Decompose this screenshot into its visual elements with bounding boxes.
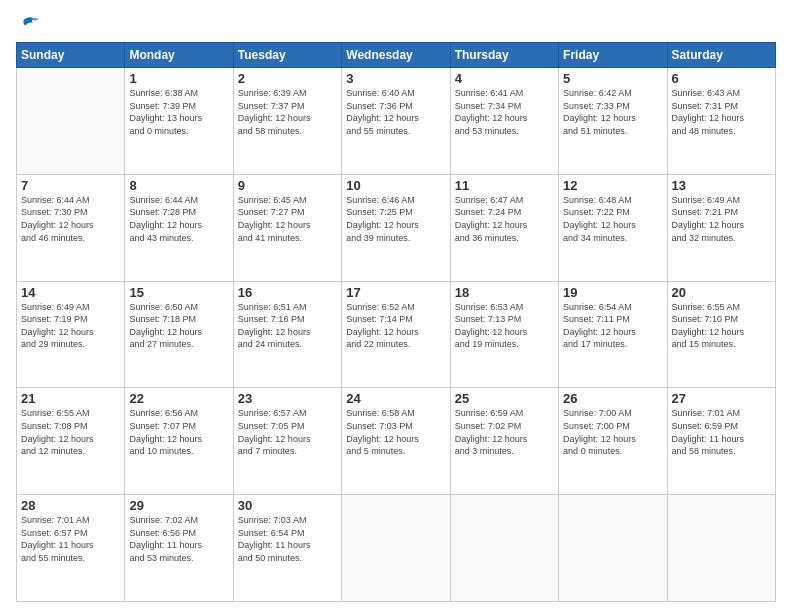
calendar-cell: 25Sunrise: 6:59 AM Sunset: 7:02 PM Dayli… — [450, 388, 558, 495]
day-info: Sunrise: 6:39 AM Sunset: 7:37 PM Dayligh… — [238, 87, 337, 137]
calendar-header-thursday: Thursday — [450, 43, 558, 68]
calendar-cell: 9Sunrise: 6:45 AM Sunset: 7:27 PM Daylig… — [233, 174, 341, 281]
day-number: 10 — [346, 178, 445, 193]
day-info: Sunrise: 6:55 AM Sunset: 7:08 PM Dayligh… — [21, 407, 120, 457]
day-info: Sunrise: 6:42 AM Sunset: 7:33 PM Dayligh… — [563, 87, 662, 137]
calendar-cell: 24Sunrise: 6:58 AM Sunset: 7:03 PM Dayli… — [342, 388, 450, 495]
calendar-cell: 16Sunrise: 6:51 AM Sunset: 7:16 PM Dayli… — [233, 281, 341, 388]
day-number: 22 — [129, 391, 228, 406]
calendar-cell: 19Sunrise: 6:54 AM Sunset: 7:11 PM Dayli… — [559, 281, 667, 388]
logo — [16, 14, 40, 36]
calendar-cell — [559, 495, 667, 602]
calendar-week-row: 14Sunrise: 6:49 AM Sunset: 7:19 PM Dayli… — [17, 281, 776, 388]
day-info: Sunrise: 6:52 AM Sunset: 7:14 PM Dayligh… — [346, 301, 445, 351]
day-number: 14 — [21, 285, 120, 300]
day-info: Sunrise: 7:01 AM Sunset: 6:59 PM Dayligh… — [672, 407, 771, 457]
calendar-cell: 29Sunrise: 7:02 AM Sunset: 6:56 PM Dayli… — [125, 495, 233, 602]
day-info: Sunrise: 6:53 AM Sunset: 7:13 PM Dayligh… — [455, 301, 554, 351]
day-info: Sunrise: 6:57 AM Sunset: 7:05 PM Dayligh… — [238, 407, 337, 457]
day-number: 27 — [672, 391, 771, 406]
calendar-cell — [342, 495, 450, 602]
day-info: Sunrise: 6:50 AM Sunset: 7:18 PM Dayligh… — [129, 301, 228, 351]
day-number: 8 — [129, 178, 228, 193]
day-info: Sunrise: 6:47 AM Sunset: 7:24 PM Dayligh… — [455, 194, 554, 244]
calendar-header-row: SundayMondayTuesdayWednesdayThursdayFrid… — [17, 43, 776, 68]
day-number: 5 — [563, 71, 662, 86]
day-info: Sunrise: 6:51 AM Sunset: 7:16 PM Dayligh… — [238, 301, 337, 351]
page: SundayMondayTuesdayWednesdayThursdayFrid… — [0, 0, 792, 612]
day-number: 30 — [238, 498, 337, 513]
calendar-cell: 11Sunrise: 6:47 AM Sunset: 7:24 PM Dayli… — [450, 174, 558, 281]
day-info: Sunrise: 7:01 AM Sunset: 6:57 PM Dayligh… — [21, 514, 120, 564]
calendar-week-row: 28Sunrise: 7:01 AM Sunset: 6:57 PM Dayli… — [17, 495, 776, 602]
calendar-week-row: 1Sunrise: 6:38 AM Sunset: 7:39 PM Daylig… — [17, 68, 776, 175]
calendar-header-tuesday: Tuesday — [233, 43, 341, 68]
day-info: Sunrise: 7:02 AM Sunset: 6:56 PM Dayligh… — [129, 514, 228, 564]
day-number: 28 — [21, 498, 120, 513]
day-number: 3 — [346, 71, 445, 86]
day-info: Sunrise: 6:46 AM Sunset: 7:25 PM Dayligh… — [346, 194, 445, 244]
day-info: Sunrise: 6:40 AM Sunset: 7:36 PM Dayligh… — [346, 87, 445, 137]
day-number: 9 — [238, 178, 337, 193]
calendar-header-friday: Friday — [559, 43, 667, 68]
calendar-cell — [450, 495, 558, 602]
calendar-cell: 30Sunrise: 7:03 AM Sunset: 6:54 PM Dayli… — [233, 495, 341, 602]
day-info: Sunrise: 6:48 AM Sunset: 7:22 PM Dayligh… — [563, 194, 662, 244]
day-info: Sunrise: 6:45 AM Sunset: 7:27 PM Dayligh… — [238, 194, 337, 244]
calendar-cell — [17, 68, 125, 175]
day-info: Sunrise: 6:58 AM Sunset: 7:03 PM Dayligh… — [346, 407, 445, 457]
day-info: Sunrise: 7:00 AM Sunset: 7:00 PM Dayligh… — [563, 407, 662, 457]
calendar-week-row: 21Sunrise: 6:55 AM Sunset: 7:08 PM Dayli… — [17, 388, 776, 495]
calendar-cell: 26Sunrise: 7:00 AM Sunset: 7:00 PM Dayli… — [559, 388, 667, 495]
day-info: Sunrise: 6:49 AM Sunset: 7:19 PM Dayligh… — [21, 301, 120, 351]
day-number: 18 — [455, 285, 554, 300]
calendar-cell: 13Sunrise: 6:49 AM Sunset: 7:21 PM Dayli… — [667, 174, 775, 281]
calendar-header-sunday: Sunday — [17, 43, 125, 68]
day-info: Sunrise: 6:54 AM Sunset: 7:11 PM Dayligh… — [563, 301, 662, 351]
calendar-cell: 1Sunrise: 6:38 AM Sunset: 7:39 PM Daylig… — [125, 68, 233, 175]
day-number: 20 — [672, 285, 771, 300]
calendar-cell: 14Sunrise: 6:49 AM Sunset: 7:19 PM Dayli… — [17, 281, 125, 388]
logo-bird-icon — [18, 14, 40, 36]
day-info: Sunrise: 6:44 AM Sunset: 7:28 PM Dayligh… — [129, 194, 228, 244]
day-info: Sunrise: 6:41 AM Sunset: 7:34 PM Dayligh… — [455, 87, 554, 137]
calendar-cell: 7Sunrise: 6:44 AM Sunset: 7:30 PM Daylig… — [17, 174, 125, 281]
day-number: 4 — [455, 71, 554, 86]
day-info: Sunrise: 6:49 AM Sunset: 7:21 PM Dayligh… — [672, 194, 771, 244]
calendar-cell — [667, 495, 775, 602]
day-info: Sunrise: 6:55 AM Sunset: 7:10 PM Dayligh… — [672, 301, 771, 351]
calendar-cell: 15Sunrise: 6:50 AM Sunset: 7:18 PM Dayli… — [125, 281, 233, 388]
day-number: 1 — [129, 71, 228, 86]
day-number: 25 — [455, 391, 554, 406]
day-number: 29 — [129, 498, 228, 513]
day-number: 16 — [238, 285, 337, 300]
day-number: 11 — [455, 178, 554, 193]
day-number: 7 — [21, 178, 120, 193]
day-number: 17 — [346, 285, 445, 300]
header — [16, 10, 776, 36]
calendar-cell: 6Sunrise: 6:43 AM Sunset: 7:31 PM Daylig… — [667, 68, 775, 175]
day-number: 2 — [238, 71, 337, 86]
calendar-header-monday: Monday — [125, 43, 233, 68]
calendar-cell: 28Sunrise: 7:01 AM Sunset: 6:57 PM Dayli… — [17, 495, 125, 602]
calendar-week-row: 7Sunrise: 6:44 AM Sunset: 7:30 PM Daylig… — [17, 174, 776, 281]
day-number: 15 — [129, 285, 228, 300]
calendar-header-saturday: Saturday — [667, 43, 775, 68]
calendar-cell: 18Sunrise: 6:53 AM Sunset: 7:13 PM Dayli… — [450, 281, 558, 388]
calendar-cell: 23Sunrise: 6:57 AM Sunset: 7:05 PM Dayli… — [233, 388, 341, 495]
day-number: 19 — [563, 285, 662, 300]
calendar-cell: 8Sunrise: 6:44 AM Sunset: 7:28 PM Daylig… — [125, 174, 233, 281]
day-number: 6 — [672, 71, 771, 86]
calendar-cell: 22Sunrise: 6:56 AM Sunset: 7:07 PM Dayli… — [125, 388, 233, 495]
calendar-header-wednesday: Wednesday — [342, 43, 450, 68]
calendar-cell: 17Sunrise: 6:52 AM Sunset: 7:14 PM Dayli… — [342, 281, 450, 388]
day-info: Sunrise: 6:56 AM Sunset: 7:07 PM Dayligh… — [129, 407, 228, 457]
day-info: Sunrise: 6:44 AM Sunset: 7:30 PM Dayligh… — [21, 194, 120, 244]
day-info: Sunrise: 6:38 AM Sunset: 7:39 PM Dayligh… — [129, 87, 228, 137]
day-number: 23 — [238, 391, 337, 406]
day-number: 24 — [346, 391, 445, 406]
calendar-cell: 12Sunrise: 6:48 AM Sunset: 7:22 PM Dayli… — [559, 174, 667, 281]
day-info: Sunrise: 6:43 AM Sunset: 7:31 PM Dayligh… — [672, 87, 771, 137]
day-number: 26 — [563, 391, 662, 406]
day-number: 21 — [21, 391, 120, 406]
